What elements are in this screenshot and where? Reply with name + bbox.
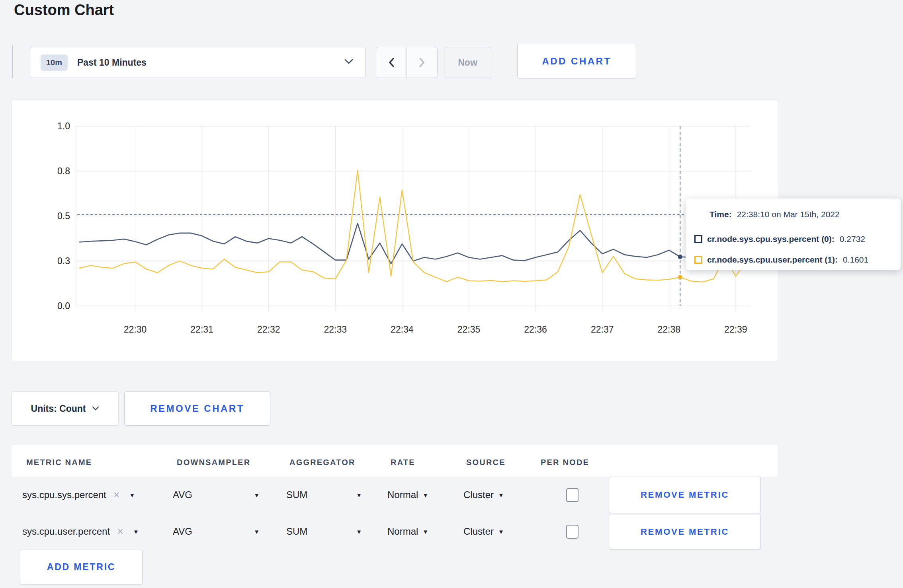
- metric-name-select[interactable]: sys.cpu.user.percent × ▼: [22, 513, 139, 550]
- crosshair-dot-user: [678, 275, 682, 279]
- x-axis-tick-label: 22:37: [591, 324, 614, 335]
- rate-value: Normal: [387, 489, 418, 500]
- x-axis-tick-label: 22:31: [190, 324, 213, 335]
- chevron-down-icon: [92, 406, 99, 411]
- downsampler-select[interactable]: AVG ▼: [173, 477, 260, 513]
- metric-name-value: sys.cpu.user.percent: [22, 526, 110, 537]
- time-back-button[interactable]: [376, 47, 407, 78]
- y-axis-tick-label: 0.8: [57, 166, 70, 176]
- x-axis-tick-label: 22:30: [124, 324, 147, 335]
- source-value: Cluster: [463, 526, 494, 537]
- chevron-right-icon: [418, 57, 426, 68]
- dropdown-caret-icon: ▼: [356, 492, 362, 498]
- time-window-badge: 10m: [41, 55, 68, 71]
- source-select[interactable]: Cluster ▼: [463, 513, 504, 550]
- col-header-per-node: PER NODE: [541, 458, 589, 467]
- tooltip-user-value: 0.1601: [843, 255, 868, 265]
- per-node-checkbox[interactable]: [566, 525, 579, 539]
- per-node-checkbox[interactable]: [566, 488, 579, 502]
- chevron-left-icon: [388, 57, 395, 68]
- time-nav-group: [376, 47, 438, 78]
- series-sys-line: [80, 223, 747, 264]
- chart-tooltip: Time: 22:38:10 on Mar 15th, 2022 cr.node…: [686, 199, 901, 270]
- dropdown-caret-icon: ▼: [498, 492, 504, 498]
- x-axis-tick-label: 22:32: [257, 324, 280, 335]
- metric-name-value: sys.cpu.sys.percent: [22, 489, 106, 500]
- add-metric-button[interactable]: ADD METRIC: [20, 549, 143, 585]
- time-window-select[interactable]: 10m Past 10 Minutes: [30, 47, 366, 78]
- clear-metric-icon[interactable]: ×: [113, 490, 120, 500]
- downsampler-value: AVG: [173, 489, 192, 500]
- tooltip-time-value: 22:38:10 on Mar 15th, 2022: [737, 210, 840, 219]
- remove-chart-button[interactable]: REMOVE CHART: [124, 391, 270, 426]
- downsampler-value: AVG: [173, 526, 192, 537]
- toolbar-divider: [12, 45, 13, 78]
- tooltip-user-name: cr.node.sys.cpu.user.percent (1):: [707, 255, 838, 265]
- col-header-metric-name: METRIC NAME: [26, 458, 92, 467]
- chevron-down-icon: [344, 59, 353, 66]
- now-button[interactable]: Now: [444, 47, 491, 78]
- col-header-source: SOURCE: [466, 458, 506, 467]
- downsampler-select[interactable]: AVG ▼: [173, 513, 260, 550]
- sys-series-legend-swatch: [694, 235, 702, 243]
- dropdown-caret-icon: ▼: [422, 528, 428, 535]
- user-series-legend-swatch: [694, 256, 702, 264]
- page-title: Custom Chart: [14, 2, 114, 19]
- aggregator-select[interactable]: SUM ▼: [286, 513, 362, 550]
- source-value: Cluster: [463, 489, 494, 500]
- dropdown-caret-icon: ▼: [129, 492, 135, 498]
- add-chart-button[interactable]: ADD CHART: [517, 44, 636, 78]
- dropdown-caret-icon: ▼: [254, 492, 260, 498]
- tooltip-sys-name: cr.node.sys.cpu.sys.percent (0):: [707, 234, 835, 244]
- tooltip-time-label: Time:: [710, 210, 732, 219]
- dropdown-caret-icon: ▼: [133, 528, 139, 535]
- x-axis-tick-label: 22:35: [457, 324, 481, 335]
- units-label: Units: Count: [31, 403, 86, 414]
- metrics-table-header: METRIC NAME DOWNSAMPLER AGGREGATOR RATE …: [12, 445, 778, 477]
- chart-plot[interactable]: 22:3022:3122:3222:3322:3422:3522:3622:37…: [12, 100, 778, 361]
- remove-metric-button[interactable]: REMOVE METRIC: [609, 514, 761, 550]
- dropdown-caret-icon: ▼: [254, 528, 260, 535]
- x-axis-tick-label: 22:34: [391, 324, 414, 335]
- x-axis-tick-label: 22:36: [524, 324, 547, 335]
- dropdown-caret-icon: ▼: [498, 528, 504, 535]
- y-axis-tick-label: 1.0: [57, 121, 70, 131]
- x-axis-tick-label: 22:39: [724, 324, 747, 335]
- x-axis-tick-label: 22:38: [658, 324, 681, 335]
- remove-metric-button[interactable]: REMOVE METRIC: [609, 477, 761, 513]
- rate-select[interactable]: Normal ▼: [387, 513, 428, 550]
- y-axis-tick-label: 0.5: [57, 211, 70, 221]
- source-select[interactable]: Cluster ▼: [463, 477, 504, 513]
- col-header-aggregator: AGGREGATOR: [289, 458, 356, 467]
- x-axis-tick-label: 22:33: [324, 324, 347, 335]
- aggregator-select[interactable]: SUM ▼: [286, 477, 362, 513]
- aggregator-value: SUM: [286, 489, 307, 500]
- crosshair-dot-sys: [678, 255, 682, 259]
- rate-select[interactable]: Normal ▼: [387, 477, 428, 513]
- time-window-label: Past 10 Minutes: [77, 57, 147, 68]
- aggregator-value: SUM: [286, 526, 307, 537]
- clear-metric-icon[interactable]: ×: [117, 526, 123, 537]
- series-user-line: [80, 170, 747, 282]
- units-select[interactable]: Units: Count: [12, 391, 119, 426]
- col-header-downsampler: DOWNSAMPLER: [177, 458, 250, 467]
- col-header-rate: RATE: [391, 458, 415, 467]
- chart-card: 22:3022:3122:3222:3322:3422:3522:3622:37…: [12, 99, 778, 361]
- y-axis-tick-label: 0.3: [57, 256, 70, 266]
- dropdown-caret-icon: ▼: [422, 492, 428, 498]
- rate-value: Normal: [387, 526, 418, 537]
- dropdown-caret-icon: ▼: [356, 528, 362, 535]
- y-axis-tick-label: 0.0: [57, 301, 70, 311]
- tooltip-sys-value: 0.2732: [840, 234, 865, 244]
- metric-name-select[interactable]: sys.cpu.sys.percent × ▼: [22, 477, 135, 513]
- time-forward-button[interactable]: [407, 47, 437, 78]
